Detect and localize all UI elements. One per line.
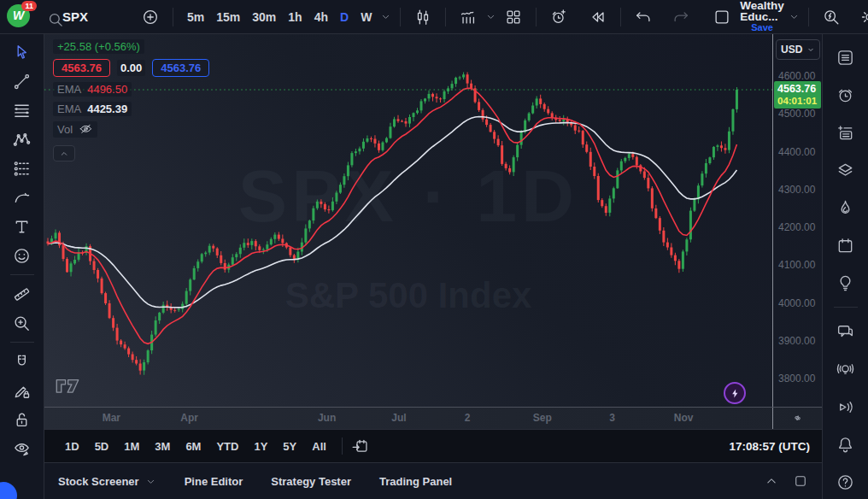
price-tick: 4500.00 bbox=[778, 108, 815, 120]
price-axis[interactable]: USD 4600.004500.004400.004300.004200.004… bbox=[772, 34, 822, 407]
timeframe-5m[interactable]: 5m bbox=[181, 7, 210, 27]
app-logo[interactable]: W 11 bbox=[7, 4, 32, 30]
chevron-down-icon bbox=[806, 45, 815, 54]
tool-hide-all[interactable] bbox=[6, 435, 38, 462]
tool-xabcd-pattern[interactable] bbox=[6, 126, 38, 153]
create-alert-button[interactable] bbox=[544, 5, 573, 29]
save-link[interactable]: Save bbox=[751, 22, 773, 33]
tool-emoji[interactable] bbox=[6, 242, 38, 269]
tool-brush[interactable] bbox=[6, 184, 38, 211]
tool-text[interactable] bbox=[6, 213, 38, 240]
tool-cursor[interactable] bbox=[6, 38, 38, 66]
panel-maximize-button[interactable] bbox=[793, 473, 808, 489]
chart-style-button[interactable] bbox=[408, 5, 437, 29]
time-tick: Mar bbox=[103, 412, 120, 424]
sell-price-box[interactable]: 4563.76 bbox=[53, 59, 110, 77]
layout-grid-button[interactable] bbox=[499, 5, 528, 29]
chevron-down-icon[interactable] bbox=[788, 10, 801, 24]
tool-streams[interactable] bbox=[830, 390, 862, 424]
quick-search-button[interactable] bbox=[817, 5, 846, 29]
timeframe-4h[interactable]: 4h bbox=[308, 7, 334, 27]
settings-button[interactable] bbox=[854, 5, 868, 29]
panel-tab-stock-screener[interactable]: Stock Screener bbox=[58, 470, 156, 493]
tool-magnet[interactable] bbox=[6, 348, 38, 375]
chevron-down-icon[interactable] bbox=[379, 10, 392, 24]
tool-trend-line[interactable] bbox=[6, 68, 38, 95]
price-tick: 3900.00 bbox=[778, 335, 815, 347]
tool-hotlist[interactable] bbox=[830, 191, 862, 225]
buy-price-box[interactable]: 4563.76 bbox=[152, 59, 209, 77]
spread-value: 0.00 bbox=[117, 60, 145, 76]
price-tick: 4300.00 bbox=[778, 184, 815, 196]
tool-ruler[interactable] bbox=[6, 280, 38, 308]
range-6M[interactable]: 6M bbox=[179, 436, 208, 457]
chevron-down-icon[interactable] bbox=[484, 10, 497, 24]
eye-off-icon[interactable] bbox=[79, 122, 93, 137]
currency-dropdown[interactable]: USD bbox=[776, 39, 820, 60]
ema-legend-row[interactable]: EMA 4496.50 bbox=[53, 82, 132, 97]
tool-journal[interactable] bbox=[830, 115, 862, 150]
tool-lock-all[interactable] bbox=[6, 406, 38, 433]
bar-replay-button[interactable] bbox=[584, 5, 613, 29]
tool-help[interactable] bbox=[830, 465, 862, 499]
account-name: Wealthy Educ... bbox=[740, 0, 784, 22]
timeframe-D[interactable]: D bbox=[334, 7, 355, 27]
price-tick: 3800.00 bbox=[778, 373, 815, 385]
price-tick: 4600.00 bbox=[778, 70, 815, 82]
bottom-panel-bar: Stock ScreenerPine EditorStrategy Tester… bbox=[44, 463, 822, 499]
tool-zoom-in[interactable] bbox=[6, 309, 38, 337]
axis-settings-corner[interactable] bbox=[772, 408, 822, 429]
ema-legend-row[interactable]: EMA 4425.39 bbox=[53, 102, 132, 116]
range-1D[interactable]: 1D bbox=[58, 436, 86, 457]
timeframe-1h[interactable]: 1h bbox=[282, 7, 308, 27]
compare-add-symbol-button[interactable] bbox=[136, 5, 165, 29]
tool-alerts[interactable] bbox=[830, 78, 862, 112]
save-layout-box-icon[interactable] bbox=[707, 5, 736, 29]
price-change: +25.58 (+0.56%) bbox=[53, 39, 144, 54]
tradingview-logo-icon[interactable] bbox=[55, 374, 80, 394]
range-YTD[interactable]: YTD bbox=[209, 436, 245, 457]
indicators-button[interactable] bbox=[454, 5, 483, 29]
time-axis[interactable]: MarAprJunJul2Sep3Nov bbox=[44, 407, 822, 430]
redo-button[interactable] bbox=[666, 5, 695, 29]
range-1Y[interactable]: 1Y bbox=[247, 436, 274, 457]
tool-live-ideas[interactable] bbox=[830, 352, 862, 386]
tool-forecast[interactable] bbox=[6, 155, 38, 182]
undo-button[interactable] bbox=[629, 5, 658, 29]
time-tick: 2 bbox=[465, 412, 471, 424]
tool-ideas[interactable] bbox=[830, 266, 862, 300]
last-price-label: 4563.76 04:01:01 bbox=[774, 81, 821, 109]
panel-tab-strategy-tester[interactable]: Strategy Tester bbox=[271, 470, 351, 493]
toolbar-divider bbox=[445, 8, 446, 26]
panel-tab-trading-panel[interactable]: Trading Panel bbox=[379, 470, 452, 493]
time-axis-labels[interactable]: MarAprJunJul2Sep3Nov bbox=[44, 408, 772, 429]
tool-chat[interactable] bbox=[830, 314, 862, 349]
tool-drawing-lock[interactable] bbox=[6, 377, 38, 404]
timeframe-30m[interactable]: 30m bbox=[246, 7, 282, 27]
tool-object-tree[interactable] bbox=[830, 153, 862, 187]
date-range-bar: 1D5D1M3M6MYTD1Y5YAll 17:08:57 (UTC) bbox=[44, 430, 822, 463]
tool-fib-retracement[interactable] bbox=[6, 97, 38, 124]
range-1M[interactable]: 1M bbox=[117, 436, 146, 457]
symbol-search[interactable]: SPX bbox=[41, 7, 93, 26]
go-to-date-button[interactable] bbox=[351, 437, 369, 455]
range-5Y[interactable]: 5Y bbox=[276, 436, 303, 457]
tool-watchlist[interactable] bbox=[830, 40, 862, 74]
chart-plot[interactable]: SPX · 1D S&P 500 Index +25.58 (+0.56%) 4… bbox=[44, 34, 772, 407]
timeframe-group: 5m15m30m1h4hDW bbox=[181, 7, 378, 27]
range-All[interactable]: All bbox=[305, 436, 333, 457]
panel-tab-pine-editor[interactable]: Pine Editor bbox=[185, 470, 243, 493]
range-5D[interactable]: 5D bbox=[88, 436, 116, 457]
lightning-boost-button[interactable] bbox=[724, 382, 746, 404]
legend-collapse-button[interactable] bbox=[53, 145, 75, 161]
range-3M[interactable]: 3M bbox=[148, 436, 177, 457]
tool-notifications[interactable] bbox=[830, 427, 862, 461]
timeframe-15m[interactable]: 15m bbox=[210, 7, 246, 27]
timeframe-W[interactable]: W bbox=[355, 7, 378, 27]
chevron-down-icon bbox=[144, 475, 156, 487]
account-menu[interactable]: Wealthy Educ... Save bbox=[740, 0, 784, 33]
volume-legend-row[interactable]: Vol bbox=[53, 121, 97, 138]
tool-calendar[interactable] bbox=[830, 228, 862, 262]
panel-collapse-button[interactable] bbox=[764, 473, 779, 489]
time-tick: 3 bbox=[609, 412, 615, 424]
